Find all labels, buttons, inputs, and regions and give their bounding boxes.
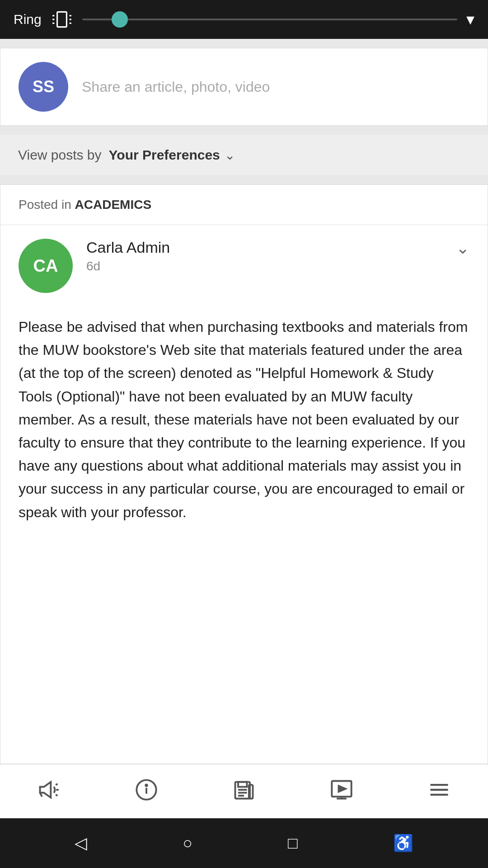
svg-rect-0 xyxy=(57,12,66,27)
post-menu-chevron-icon[interactable]: ⌄ xyxy=(456,239,469,258)
volume-slider[interactable] xyxy=(82,19,457,20)
chevron-down-icon[interactable]: ▾ xyxy=(466,10,474,29)
slider-thumb[interactable] xyxy=(112,11,128,28)
main-content: SS Share an article, photo, video View p… xyxy=(0,39,488,764)
ring-title: Ring xyxy=(14,12,42,27)
post-body: Please be advised that when purchasing t… xyxy=(0,307,488,542)
user-avatar-ca: CA xyxy=(19,239,73,293)
nav-item-media[interactable] xyxy=(321,774,362,809)
home-button[interactable]: ○ xyxy=(183,834,192,853)
megaphone-icon xyxy=(37,778,61,805)
android-nav-bar: ◁ ○ □ ♿ xyxy=(0,818,488,868)
category-prefix: Posted in xyxy=(19,198,71,212)
nav-item-news[interactable] xyxy=(223,774,265,809)
hamburger-menu-icon xyxy=(427,778,451,805)
nav-item-announcements[interactable] xyxy=(28,774,70,809)
filter-dropdown-text: Your Preferences xyxy=(109,147,220,163)
svg-point-14 xyxy=(145,785,147,786)
post-header: CA Carla Admin 6d ⌄ xyxy=(0,225,488,307)
info-circle-icon xyxy=(135,778,158,805)
filter-dropdown[interactable]: Your Preferences ⌄ xyxy=(109,147,235,163)
slider-track xyxy=(82,19,457,20)
nav-item-info[interactable] xyxy=(126,774,167,809)
status-bar: Ring ▾ xyxy=(0,0,488,39)
newspaper-icon xyxy=(232,778,256,805)
play-icon xyxy=(330,778,353,805)
recent-apps-button[interactable]: □ xyxy=(288,834,298,853)
filter-chevron-icon: ⌄ xyxy=(225,148,235,163)
post-category: Posted in ACADEMICS xyxy=(0,185,488,225)
back-button[interactable]: ◁ xyxy=(75,834,87,853)
post-author-info: Carla Admin 6d xyxy=(86,239,442,274)
post-card: Posted in ACADEMICS CA Carla Admin 6d ⌄ … xyxy=(0,184,488,764)
accessibility-button[interactable]: ♿ xyxy=(393,834,413,853)
svg-line-8 xyxy=(56,784,57,785)
category-name: ACADEMICS xyxy=(75,198,152,212)
svg-marker-22 xyxy=(339,786,346,792)
nav-item-menu[interactable] xyxy=(418,774,460,809)
svg-rect-16 xyxy=(238,782,247,787)
share-placeholder[interactable]: Share an article, photo, video xyxy=(82,79,270,95)
vibrate-icon xyxy=(51,8,73,31)
post-timestamp: 6d xyxy=(86,259,442,274)
share-card[interactable]: SS Share an article, photo, video xyxy=(0,48,488,126)
svg-rect-20 xyxy=(249,785,253,798)
bottom-nav xyxy=(0,764,488,818)
filter-bar: View posts by Your Preferences ⌄ xyxy=(0,135,488,175)
svg-line-10 xyxy=(56,795,57,796)
post-author-name: Carla Admin xyxy=(86,239,442,256)
filter-label: View posts by xyxy=(18,147,102,163)
user-avatar-ss: SS xyxy=(19,62,68,112)
